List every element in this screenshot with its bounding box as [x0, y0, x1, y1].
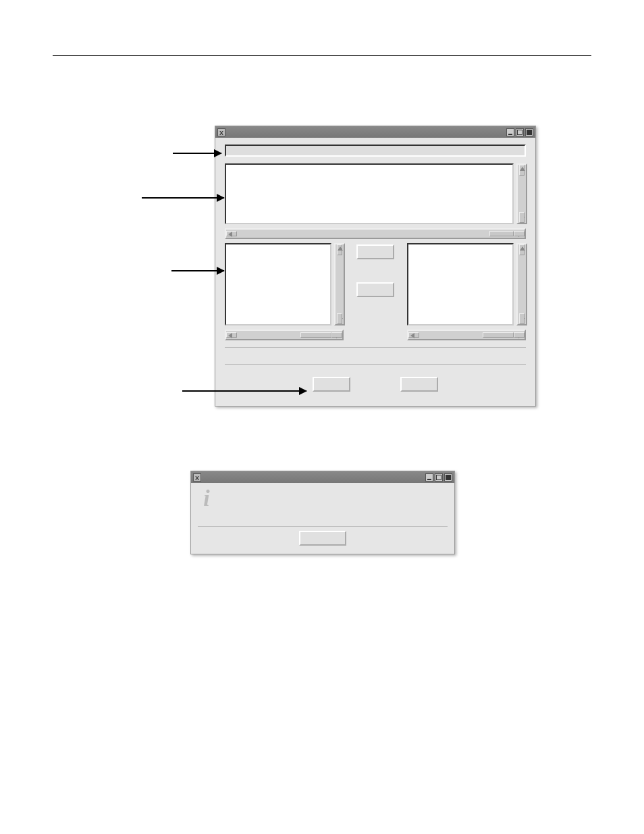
scroll-down-icon — [520, 217, 525, 221]
main-list-hscroll[interactable] — [225, 228, 526, 239]
transfer-buttons — [349, 243, 402, 338]
left-list-vscroll[interactable] — [334, 243, 345, 325]
window-buttons — [425, 473, 452, 481]
page-header-rule — [53, 55, 591, 56]
left-list-hscroll[interactable] — [225, 330, 344, 340]
right-list-container — [407, 243, 526, 338]
close-button[interactable] — [525, 128, 533, 136]
scroll-down-icon — [338, 318, 343, 322]
scroll-right-icon — [518, 232, 522, 237]
separator — [225, 364, 526, 365]
name-text-field[interactable] — [225, 145, 526, 157]
main-list-container — [225, 163, 526, 236]
callout-arrow-list — [142, 197, 224, 199]
scroll-up-icon — [338, 246, 343, 251]
info-ok-button[interactable] — [299, 531, 346, 546]
scroll-left-icon — [410, 333, 414, 338]
minimize-button[interactable] — [506, 128, 514, 136]
add-button[interactable] — [356, 244, 394, 259]
maximize-button[interactable] — [435, 473, 443, 481]
maximize-button[interactable] — [516, 128, 524, 136]
minimize-button[interactable] — [425, 473, 433, 481]
cancel-button[interactable] — [400, 377, 438, 392]
right-list-vscroll[interactable] — [516, 243, 527, 325]
main-dialog-titlebar[interactable]: X — [215, 126, 535, 138]
right-list[interactable] — [407, 243, 514, 325]
scroll-up-icon — [520, 246, 525, 251]
info-dialog: X i — [190, 471, 455, 554]
ok-button[interactable] — [313, 377, 350, 392]
main-list-vscroll[interactable] — [516, 163, 527, 224]
system-menu-icon[interactable]: X — [193, 473, 201, 481]
separator — [225, 347, 526, 348]
callout-arrow-side-list — [171, 270, 224, 271]
remove-button[interactable] — [356, 282, 394, 297]
system-menu-icon[interactable]: X — [217, 128, 225, 136]
callout-arrow-field — [173, 153, 221, 154]
hscroll-thumb[interactable] — [483, 332, 514, 338]
dialog-button-row — [225, 377, 526, 392]
info-dialog-body: i — [191, 483, 454, 554]
separator — [198, 526, 448, 527]
info-dialog-titlebar[interactable]: X — [191, 471, 454, 483]
scroll-left-icon — [228, 333, 232, 338]
close-button[interactable] — [444, 473, 452, 481]
scroll-right-icon — [518, 333, 522, 338]
info-content: i — [198, 488, 448, 522]
scroll-down-icon — [520, 318, 525, 322]
main-dialog-body — [215, 138, 535, 406]
information-icon: i — [198, 488, 215, 513]
main-dialog: X — [215, 126, 536, 407]
info-button-row — [198, 531, 448, 548]
right-list-hscroll[interactable] — [407, 330, 526, 340]
hscroll-thumb[interactable] — [489, 231, 514, 236]
dual-list-row — [225, 243, 526, 338]
left-list-container — [225, 243, 344, 338]
left-list[interactable] — [225, 243, 331, 325]
scroll-left-icon — [228, 232, 232, 237]
scroll-right-icon — [336, 333, 340, 338]
scroll-up-icon — [520, 167, 525, 171]
window-buttons — [506, 128, 533, 136]
callout-arrow-buttons — [182, 390, 306, 392]
hscroll-thumb[interactable] — [300, 332, 331, 338]
main-list[interactable] — [225, 163, 514, 224]
